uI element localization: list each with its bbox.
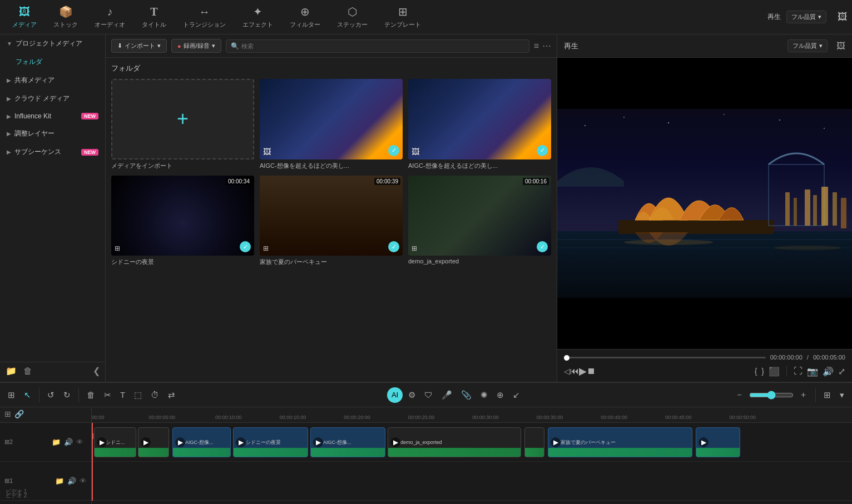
video-clip[interactable]: ▶ 家族で夏のバーベキュー xyxy=(548,427,692,457)
sidebar-item-subsequence[interactable]: ▶ サブシーケンス NEW xyxy=(0,143,105,161)
fullscreen-icon[interactable]: 🖼 xyxy=(838,11,848,23)
video-clip[interactable]: ▶ demo_ja_exported xyxy=(388,427,521,457)
thumb-aigc1: 🖼 ✓ xyxy=(260,79,403,159)
tl-divider xyxy=(786,366,787,377)
ruler-marks: 00:00 00:00:05:00 00:00:10:00 00:00:15:0… xyxy=(92,415,852,420)
audio-wave xyxy=(173,448,230,457)
audio-wave xyxy=(138,448,169,457)
crop-tool[interactable]: ⬚ xyxy=(131,388,145,402)
media-item-family[interactable]: 00:00:39 ⊞ ✓ 家族で夏のバーベキュー xyxy=(260,176,403,267)
add-to-track-icon[interactable]: 📁 xyxy=(55,477,64,485)
toolbar-stock[interactable]: 📦 ストック xyxy=(46,2,86,32)
video-clip[interactable]: ▶ AIGC-想像... xyxy=(310,427,385,457)
more-icon[interactable]: ⋯ xyxy=(542,41,551,51)
redo-button[interactable]: ↻ xyxy=(60,388,74,402)
search-input[interactable] xyxy=(241,43,524,49)
prev-frame-button[interactable]: ◁ xyxy=(564,367,570,376)
preview-fullscreen-icon[interactable]: 🖼 xyxy=(836,41,845,51)
select-tool[interactable]: ↖ xyxy=(21,388,34,402)
toolbar-title[interactable]: T タイトル xyxy=(134,2,174,32)
stop-button[interactable]: ⏹ xyxy=(587,366,596,376)
media-item-aigc1[interactable]: 🖼 ✓ AIGC-想像を超えるほどの美し... xyxy=(260,79,403,170)
mute-icon[interactable]: 🔊 xyxy=(64,438,73,446)
visibility-icon[interactable]: 👁 xyxy=(80,477,87,485)
zoom-slider[interactable] xyxy=(749,391,794,400)
quality-select[interactable]: フル品質 ▾ xyxy=(787,39,828,52)
media-item-aigc2[interactable]: 🖼 ✓ AIGC-想像を超えるほどの美し... xyxy=(408,79,551,170)
in-point-button[interactable]: { xyxy=(755,367,757,376)
sidebar-item-folder[interactable]: フォルダ xyxy=(0,53,105,71)
chevron-down-icon: ▼ xyxy=(7,41,12,47)
ai2-button[interactable]: ⊕ xyxy=(493,388,507,402)
playhead[interactable]: 6 xyxy=(92,423,93,501)
speed-button[interactable]: ⏱ xyxy=(147,388,162,402)
toolbar-filter[interactable]: ⊕ フィルター xyxy=(282,2,328,32)
import-button[interactable]: ⬇ インポート ▾ xyxy=(111,39,167,53)
ai-settings-button[interactable]: ⚙ xyxy=(405,388,419,402)
toolbar-template[interactable]: ⊞ テンプレート xyxy=(377,2,429,32)
sidebar-item-shared-media[interactable]: ▶ 共有メディア xyxy=(0,71,105,89)
snapshot-button[interactable]: 📷 xyxy=(807,366,818,377)
sidebar-item-cloud-media[interactable]: ▶ クラウド メディア xyxy=(0,89,105,108)
record-button[interactable]: ● 録画/録音 ▾ xyxy=(171,39,221,53)
zoom-out-button[interactable]: － xyxy=(732,387,747,402)
add-folder-icon[interactable]: 📁 xyxy=(6,366,17,376)
undo-button[interactable]: ↺ xyxy=(44,388,58,402)
toolbar-sticker[interactable]: ⬡ ステッカー xyxy=(329,2,375,32)
sidebar-item-project-media[interactable]: ▼ プロジェクトメディア xyxy=(0,34,105,53)
play-button[interactable]: ▶ xyxy=(579,365,587,377)
visibility-icon[interactable]: 👁 xyxy=(76,438,83,446)
grid-view-button[interactable]: ⊞ xyxy=(820,388,834,402)
play-icon: ▶ xyxy=(175,437,185,447)
ai-circle-button[interactable]: AI xyxy=(387,387,403,403)
sidebar-item-adjustment[interactable]: ▶ 調整レイヤー xyxy=(0,124,105,143)
progress-bar[interactable] xyxy=(564,357,766,358)
export-frame-button[interactable]: ⬛ xyxy=(769,366,780,377)
collapse-icon[interactable]: ❮ xyxy=(93,366,100,376)
toolbar-divider xyxy=(39,388,39,402)
more-button[interactable]: ⤢ xyxy=(838,366,845,377)
video-clip[interactable]: ▶ シドニーの夜景 xyxy=(233,427,308,457)
media-item-demo[interactable]: 00:00:16 ⊞ ✓ demo_ja_exported xyxy=(408,176,551,267)
quality-select[interactable]: フル品質 ▾ xyxy=(786,11,826,23)
zoom-in-button[interactable]: ＋ xyxy=(796,387,811,402)
toolbar-media[interactable]: 🖼 メディア xyxy=(4,2,44,32)
more-timeline-button[interactable]: ▾ xyxy=(836,388,848,402)
text-tool[interactable]: T xyxy=(117,388,128,402)
mic-button[interactable]: 🎤 xyxy=(438,388,455,402)
check-badge: ✓ xyxy=(240,241,251,252)
sidebar-item-influence-kit[interactable]: ▶ Influence Kit NEW xyxy=(0,108,105,124)
video-clip[interactable]: ▶ AIGC-想像... xyxy=(172,427,231,457)
progress-dot[interactable] xyxy=(564,355,569,361)
sparkle-button[interactable]: ✺ xyxy=(477,388,491,402)
cut-button[interactable]: ✂ xyxy=(101,388,115,402)
toolbar-effect[interactable]: ✦ エフェクト xyxy=(235,2,281,32)
clip-tool[interactable]: 📎 xyxy=(458,388,475,402)
delete-folder-icon[interactable]: 🗑 xyxy=(23,366,32,376)
timeline-area: ⊞ ↖ ↺ ↻ 🗑 ✂ T ⬚ ⏱ ⇄ AI ⚙ 🛡 🎤 📎 ✺ ⊕ ↙ － ＋ xyxy=(0,382,852,504)
filter-sort-icon[interactable]: ≡ xyxy=(534,41,539,51)
video-clip[interactable]: ▶ xyxy=(696,427,740,457)
insert-button[interactable]: ↙ xyxy=(509,388,523,402)
add-track-icon[interactable]: ⊞ xyxy=(4,410,11,418)
video-clip[interactable]: ▶ xyxy=(138,427,169,457)
shield-button[interactable]: 🛡 xyxy=(421,388,436,402)
fullscreen-button[interactable]: ⛶ xyxy=(794,366,803,376)
video-clip[interactable]: ▶ シドニ... xyxy=(94,427,136,457)
delete-button[interactable]: 🗑 xyxy=(83,388,98,402)
toolbar-audio[interactable]: ♪ オーディオ xyxy=(87,2,133,32)
link-icon[interactable]: 🔗 xyxy=(14,410,24,418)
sticker-icon: ⬡ xyxy=(348,5,357,18)
skip-back-button[interactable]: ⏮ xyxy=(570,366,579,376)
toolbar-transition[interactable]: ↔ トランジション xyxy=(175,2,234,32)
ai-edit-button[interactable]: ⇄ xyxy=(165,388,179,402)
mute-icon[interactable]: 🔊 xyxy=(67,477,76,485)
out-point-button[interactable]: } xyxy=(761,367,764,376)
item-label: 家族で夏のバーベキュー xyxy=(260,258,403,266)
volume-button[interactable]: 🔊 xyxy=(823,366,834,377)
add-to-track-icon[interactable]: 📁 xyxy=(52,438,61,446)
media-item-sydney[interactable]: 00:00:34 ⊞ ✓ シドニーの夜景 xyxy=(111,176,254,267)
add-media-item[interactable]: + メディアをインポート xyxy=(111,79,254,170)
clip-select-tool[interactable]: ⊞ xyxy=(4,388,18,402)
video-clip[interactable] xyxy=(524,427,544,457)
